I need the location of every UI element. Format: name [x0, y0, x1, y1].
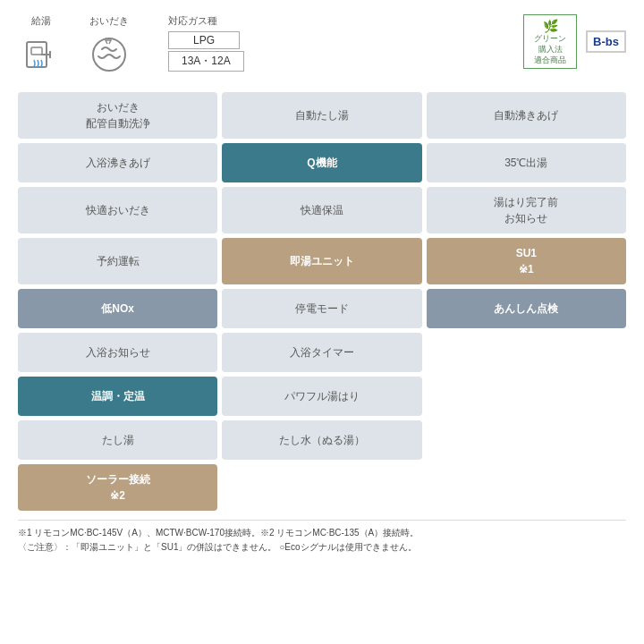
grid-cell-13: 停電モード — [222, 289, 421, 328]
grid-cell-1: 自動たし湯 — [222, 92, 421, 139]
svg-rect-1 — [31, 47, 42, 55]
grid-cell-22: たし水（ぬる湯） — [222, 420, 421, 460]
footnote-area: ※1 リモコンMC·BC-145V（A）、MCTW·BCW-170接続時。※2 … — [18, 520, 626, 555]
grid-cell-10: 即湯ユニット — [222, 238, 421, 284]
green-badge: 🌿 グリーン 購入法 適合商品 — [523, 14, 577, 69]
grid-cell-19: パワフル湯はり — [222, 377, 421, 416]
grid-cell-9: 予約運転 — [18, 238, 217, 284]
grid-cell-26 — [427, 464, 626, 511]
oidaki-label: おいだき — [89, 14, 129, 28]
grid-cell-8: 湯はり完了前お知らせ — [427, 187, 626, 233]
gas-title: 対応ガス種 — [168, 14, 217, 28]
grid-cell-4: Q機能 — [222, 143, 421, 182]
grid-cell-14: あんしん点検 — [427, 289, 626, 328]
icon-group: 給湯 おいだき — [18, 14, 132, 78]
bbs-text: B-bs — [593, 35, 619, 48]
gas-section: 対応ガス種 LPG 13A・12A — [168, 14, 244, 73]
grid-cell-20 — [427, 377, 626, 416]
footnote-2: 〈ご注意〉：「即湯ユニット」と「SU1」の併設はできません。 ○Ecoシグナルは… — [18, 540, 626, 555]
feature-grid: おいだき配管自動洗浄自動たし湯自動沸きあげ入浴沸きあげQ機能35℃出湯快適おいだ… — [18, 92, 626, 511]
grid-cell-11: SU1※1 — [427, 238, 626, 284]
grid-cell-3: 入浴沸きあげ — [18, 143, 217, 182]
leaf-icon: 🌿 — [543, 18, 558, 34]
badge-group: 🌿 グリーン 購入法 適合商品 B-bs — [523, 14, 626, 69]
oidaki-icon-item: おいだき — [86, 14, 132, 78]
bbs-badge: B-bs — [586, 30, 626, 53]
kyuuto-icon — [18, 31, 64, 78]
gas-13a: 13A・12A — [168, 51, 244, 72]
green-badge-line2: 購入法 — [538, 45, 563, 55]
grid-cell-0: おいだき配管自動洗浄 — [18, 92, 217, 139]
grid-cell-2: 自動沸きあげ — [427, 92, 626, 139]
page-wrapper: 給湯 おいだき — [0, 0, 644, 565]
grid-cell-7: 快適保温 — [222, 187, 421, 233]
grid-cell-12: 低NOx — [18, 289, 217, 328]
grid-cell-17 — [427, 333, 626, 372]
green-badge-line3: 適合商品 — [534, 55, 566, 66]
grid-cell-5: 35℃出湯 — [427, 143, 626, 182]
grid-cell-18: 温調・定温 — [18, 377, 217, 416]
header-area: 給湯 おいだき — [18, 14, 626, 78]
grid-cell-15: 入浴お知らせ — [18, 333, 217, 372]
grid-cell-6: 快適おいだき — [18, 187, 217, 233]
oidaki-icon — [86, 31, 132, 78]
grid-cell-16: 入浴タイマー — [222, 333, 421, 372]
kyuuto-label: 給湯 — [31, 14, 51, 28]
footnote-1: ※1 リモコンMC·BC-145V（A）、MCTW·BCW-170接続時。※2 … — [18, 526, 626, 540]
grid-cell-24: ソーラー接続※2 — [18, 464, 217, 511]
grid-cell-25 — [222, 464, 421, 511]
green-badge-line1: グリーン — [534, 34, 566, 45]
grid-cell-21: たし湯 — [18, 420, 217, 460]
kyuuto-icon-item: 給湯 — [18, 14, 64, 78]
grid-cell-23 — [427, 420, 626, 460]
gas-lpg: LPG — [168, 31, 240, 49]
